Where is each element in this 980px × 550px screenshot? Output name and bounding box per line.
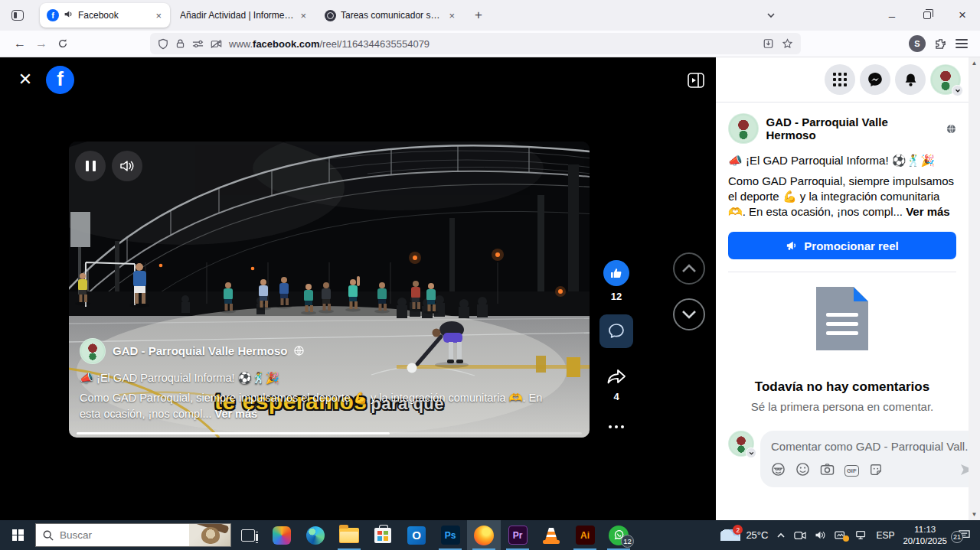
save-to-pocket-icon[interactable] [763,38,774,49]
scroll-down-arrow[interactable]: ▼ [972,511,978,518]
language-indicator[interactable]: ESP [876,530,894,541]
reload-button[interactable] [52,33,74,54]
bookmark-star-icon[interactable] [782,38,793,49]
volume-icon[interactable] [815,530,826,540]
messenger-button[interactable] [860,64,890,95]
chatgpt-favicon [325,10,336,21]
tab-informes[interactable]: Añadir Actividad | Informes Mensua × [173,3,315,28]
globe-icon [946,124,956,134]
new-tab-button[interactable]: + [468,5,489,26]
taskbar-photoshop[interactable]: Ps [433,520,467,550]
volume-button[interactable] [112,151,142,181]
video-progress-bar[interactable] [77,432,582,435]
list-all-tabs-button[interactable] [760,12,782,18]
see-more-link[interactable]: Ver más [906,205,950,218]
taskbar-premiere[interactable]: Pr [501,520,534,550]
window-close-button[interactable]: × [945,0,980,31]
tab-audio-icon[interactable] [64,9,74,21]
action-center-button[interactable]: 21 [958,529,971,541]
tab-facebook[interactable]: f Facebook × [40,3,170,28]
author-avatar[interactable] [80,338,106,364]
forward-button[interactable]: → [31,33,52,54]
thumbs-up-icon [609,266,623,280]
meet-now-icon[interactable] [794,531,806,540]
scroll-up-arrow[interactable]: ▲ [972,60,978,67]
taskbar-edge[interactable] [299,520,332,550]
taskbar-firefox[interactable] [467,520,501,550]
chevron-down-icon [952,85,963,96]
windows-taskbar: O Ps Pr Ai 12 2 25°C ESP 11:13 20/10/202… [0,520,980,550]
sidebar-scrollbar[interactable]: ▲ ▼ [969,57,980,520]
outlook-icon: O [407,526,426,545]
status-dot [843,535,849,542]
like-button[interactable] [603,260,629,286]
share-button[interactable] [606,368,627,386]
more-options-button[interactable] [609,425,624,428]
taskbar-clock[interactable]: 11:13 20/10/2025 [903,524,947,547]
lock-icon[interactable] [175,38,185,49]
comment-input[interactable]: Comentar como GAD - Parroquial Vall... G… [760,431,980,487]
extension-s-icon[interactable]: S [909,35,926,52]
page-avatar[interactable] [728,113,759,144]
snip-tool-icon[interactable] [835,530,847,540]
pause-button[interactable] [75,151,106,181]
comments-button[interactable] [599,314,633,348]
weather-widget[interactable]: 2 25°C [720,529,768,541]
share-arrow-icon [606,368,627,386]
tab-close-icon[interactable]: × [154,10,163,21]
camera-blocked-icon[interactable] [211,39,222,49]
next-reel-button[interactable] [673,298,705,330]
author-name[interactable]: GAD - Parroquial Valle Hermoso [113,344,287,357]
taskbar-file-explorer[interactable] [332,520,366,550]
promote-reel-button[interactable]: Promocionar reel [728,232,956,259]
taskbar-whatsapp[interactable]: 12 [602,520,635,550]
taskbar-microsoft-store[interactable] [366,520,400,550]
taskbar-illustrator[interactable]: Ai [568,520,602,550]
taskbar-outlook[interactable]: O [400,520,433,550]
emoji-icon[interactable] [795,462,810,480]
tab-close-icon[interactable]: × [299,10,308,21]
caption-intro: 📣 ¡El GAD Parroquial Informa! ⚽🕺🎉 [80,372,554,385]
firefox-icon [474,526,494,545]
search-highlight-image[interactable] [189,524,230,546]
menu-hamburger-icon[interactable] [956,39,968,48]
extensions-puzzle-icon[interactable] [935,38,946,50]
vlc-icon [543,527,560,544]
taskbar-vlc[interactable] [534,520,568,550]
taskbar-copilot[interactable] [265,520,299,550]
page-name[interactable]: GAD - Parroquial Valle Hermoso [766,116,939,142]
temperature: 25°C [746,529,768,541]
no-comments-state: Todavía no hay comentarios Sé la primera… [716,287,969,413]
window-minimize-button[interactable]: – [874,0,910,31]
search-input[interactable] [60,529,163,541]
tab-tareas[interactable]: Tareas comunicador social GAD × [318,3,463,28]
shield-icon[interactable] [158,38,168,50]
no-comments-title: Todavía no hay comentarios [716,379,969,395]
window-restore-button[interactable] [910,0,945,31]
taskbar-task-view[interactable] [231,520,265,550]
facebook-favicon: f [47,9,59,21]
composer-identity-button[interactable] [728,431,754,457]
tab-close-icon[interactable]: × [447,10,456,21]
previous-reel-button[interactable] [673,252,705,285]
apps-menu-button[interactable] [825,64,855,95]
profile-menu-button[interactable] [930,64,961,95]
firefox-view-button[interactable] [6,5,29,26]
network-icon[interactable] [855,530,867,540]
sticker-icon[interactable] [869,463,883,480]
reel-video-player[interactable]: te esperamos para que GAD - Parroquial V… [69,142,590,438]
hidden-icons-chevron[interactable] [776,532,786,539]
camera-icon[interactable] [820,463,835,479]
collapse-panel-icon[interactable] [686,70,706,90]
notifications-button[interactable] [895,64,926,95]
close-reel-button[interactable]: ✕ [15,70,35,89]
taskbar-search[interactable] [35,523,231,547]
avatar-sticker-icon[interactable] [771,462,786,480]
see-more-link[interactable]: Ver más [215,408,258,420]
start-button[interactable] [0,520,35,550]
facebook-logo[interactable]: f [46,66,74,94]
permissions-icon[interactable] [192,39,204,48]
address-bar[interactable]: www.facebook.com/reel/1164344635554079 [150,33,801,54]
back-button[interactable]: ← [9,33,31,54]
gif-icon[interactable]: GIF [844,465,859,477]
